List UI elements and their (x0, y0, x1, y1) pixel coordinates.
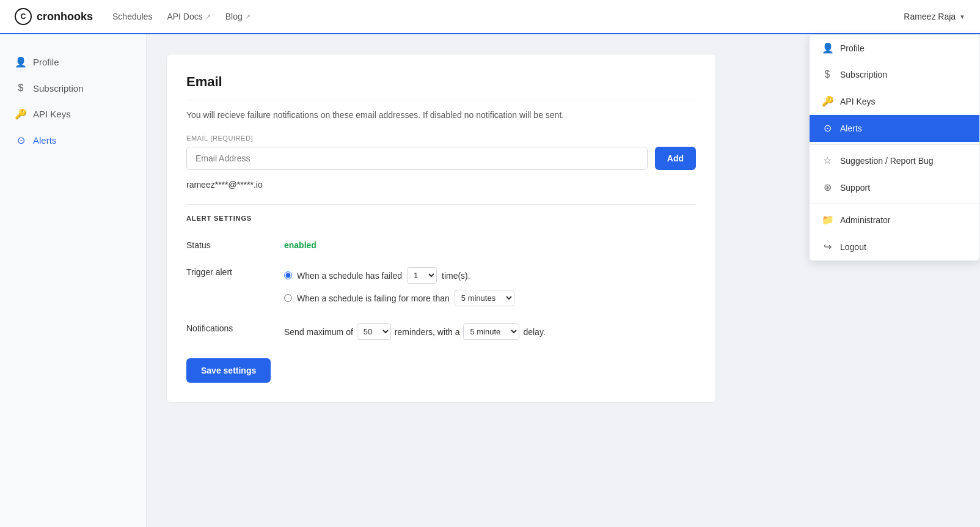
trigger-duration-select[interactable]: 5 minutes 10 minutes 15 minutes 30 minut… (455, 290, 514, 306)
alert-icon: ⊙ (15, 135, 27, 146)
user-name: Rameez Raja (904, 12, 956, 21)
notif-max-select[interactable]: 10 25 50 100 (357, 323, 391, 340)
key-icon: 🔑 (822, 95, 833, 107)
notif-suffix: delay. (523, 327, 545, 337)
logo[interactable]: C cronhooks (15, 8, 93, 25)
trigger-option-2: When a schedule is failing for more than… (284, 290, 696, 306)
dropdown-divider-2 (810, 204, 979, 204)
dollar-icon: $ (15, 83, 27, 94)
email-input[interactable] (186, 147, 648, 170)
email-field-label: EMAIL [REQUIRED] (186, 135, 696, 142)
dropdown-item-administrator[interactable]: 📁 Administrator (810, 207, 979, 234)
add-email-button[interactable]: Add (655, 147, 696, 170)
notifications-row: Notifications Send maximum of 10 25 50 1… (186, 315, 696, 348)
existing-email: rameez****@*****.io (186, 180, 696, 190)
support-icon: ⊛ (822, 182, 833, 193)
external-link-icon: ↗ (205, 13, 211, 21)
sidebar-item-profile[interactable]: 👤 Profile (0, 49, 146, 75)
top-nav: C cronhooks Schedules API Docs ↗ Blog ↗ … (0, 0, 980, 34)
dropdown-item-subscription[interactable]: $ Subscription (810, 62, 979, 88)
notif-prefix: Send maximum of (284, 327, 353, 337)
card-description: You will recieve failure notifications o… (186, 110, 696, 120)
user-menu-trigger[interactable]: Rameez Raja ▼ (904, 12, 965, 21)
settings-table: Status enabled Trigger alert When a sche… (186, 232, 696, 348)
nav-schedules[interactable]: Schedules (112, 12, 152, 21)
dropdown-item-profile[interactable]: 👤 Profile (810, 35, 979, 62)
star-icon: ☆ (822, 155, 833, 166)
status-value: enabled (284, 240, 316, 250)
person-icon: 👤 (822, 42, 833, 54)
alert-icon: ⊙ (822, 122, 833, 134)
card-title: Email (186, 74, 696, 100)
dropdown-item-api-keys[interactable]: 🔑 API Keys (810, 88, 979, 115)
email-card: Email You will recieve failure notificat… (166, 54, 716, 403)
nav-api-docs[interactable]: API Docs ↗ (167, 12, 210, 21)
user-dropdown: 👤 Profile $ Subscription 🔑 API Keys ⊙ Al… (809, 34, 980, 261)
trigger-option1-text: When a schedule has failed (297, 271, 402, 281)
notifications-options: Send maximum of 10 25 50 100 reminders, … (284, 323, 696, 340)
sidebar: 👤 Profile $ Subscription 🔑 API Keys ⊙ Al… (0, 34, 147, 527)
sidebar-item-alerts[interactable]: ⊙ Alerts (0, 127, 146, 153)
dropdown-divider-1 (810, 144, 979, 145)
trigger-count-select[interactable]: 1 2 3 5 10 (407, 267, 437, 284)
sidebar-item-api-keys[interactable]: 🔑 API Keys (0, 101, 146, 127)
trigger-row: Trigger alert When a schedule has failed… (186, 259, 696, 315)
folder-icon: 📁 (822, 214, 833, 226)
save-settings-button[interactable]: Save settings (186, 358, 271, 383)
notif-delay-select[interactable]: 1 minute 5 minute 10 minute 30 minute (463, 323, 519, 340)
notifications-label: Notifications (186, 315, 284, 348)
trigger-label: Trigger alert (186, 259, 284, 315)
nav-blog[interactable]: Blog ↗ (225, 12, 250, 21)
dollar-icon: $ (822, 69, 833, 80)
key-icon: 🔑 (15, 108, 27, 120)
notif-middle: reminders, with a (395, 327, 460, 337)
chevron-down-icon: ▼ (959, 13, 965, 20)
alert-settings-header: ALERT SETTINGS (186, 204, 696, 232)
topnav-links: Schedules API Docs ↗ Blog ↗ (112, 12, 904, 21)
email-input-row: Add (186, 147, 696, 170)
trigger-option1-suffix: time(s). (442, 271, 470, 281)
trigger-option2-text: When a schedule is failing for more than (297, 293, 450, 303)
dropdown-item-alerts[interactable]: ⊙ Alerts (810, 115, 979, 142)
trigger-radio-2[interactable] (284, 294, 292, 302)
trigger-option-1: When a schedule has failed 1 2 3 5 10 ti… (284, 267, 696, 284)
trigger-options: When a schedule has failed 1 2 3 5 10 ti… (284, 267, 696, 306)
sidebar-item-subscription[interactable]: $ Subscription (0, 75, 146, 101)
dropdown-item-logout[interactable]: ↪ Logout (810, 234, 979, 260)
status-label: Status (186, 232, 284, 259)
logo-icon: C (15, 8, 32, 25)
status-row: Status enabled (186, 232, 696, 259)
external-link-icon: ↗ (245, 13, 250, 21)
logout-icon: ↪ (822, 241, 833, 252)
trigger-radio-1[interactable] (284, 271, 292, 279)
person-icon: 👤 (15, 56, 27, 68)
logo-text: cronhooks (37, 10, 93, 23)
dropdown-item-support[interactable]: ⊛ Support (810, 174, 979, 201)
dropdown-item-suggestion[interactable]: ☆ Suggestion / Report Bug (810, 147, 979, 174)
